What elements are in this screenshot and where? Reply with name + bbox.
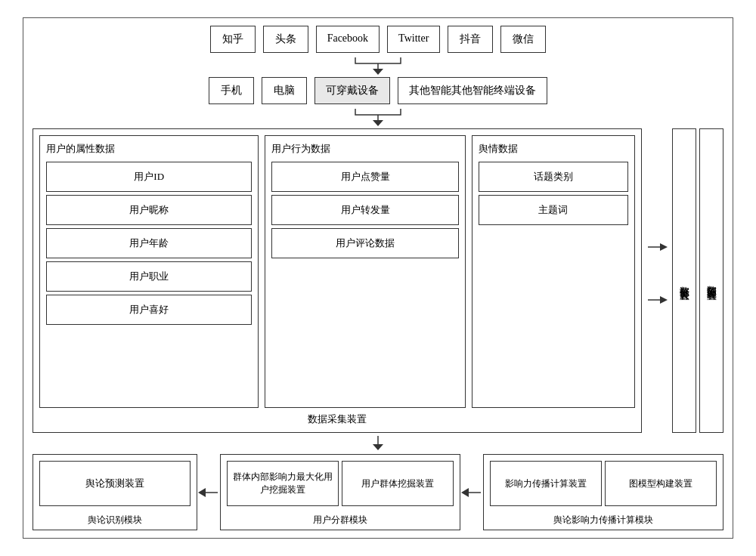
- arrow-platforms-to-devices: [33, 57, 723, 76]
- platform-douyin: 抖音: [448, 26, 493, 53]
- panel-sentiment: 舆情数据 话题类别 主题词: [472, 135, 635, 408]
- device-other: 其他智能其他智能终端设备: [398, 77, 547, 104]
- platform-weixin: 微信: [500, 26, 546, 53]
- panel3-title: 舆情数据: [479, 142, 628, 156]
- arrow-left-svg2: [461, 485, 482, 500]
- data-collection-label: 数据采集装置: [39, 412, 635, 426]
- right-side: 数据分类装置 数据预处理装置: [646, 128, 723, 433]
- right-label-boxes: 数据分类装置 数据预处理装置: [672, 128, 723, 433]
- attr-age: 用户年龄: [46, 228, 252, 258]
- influence-propagation-box: 影响力传播计算装置: [490, 461, 602, 506]
- platform-facebook: Facebook: [316, 26, 380, 53]
- svg-marker-7: [660, 296, 668, 304]
- user-group-mining-box: 用户群体挖掘装置: [342, 461, 454, 506]
- behavior-likes: 用户点赞量: [271, 162, 459, 192]
- panel1-title: 用户的属性数据: [46, 142, 252, 156]
- arrow-left-svg1: [198, 485, 219, 500]
- attr-profession: 用户职业: [46, 261, 252, 292]
- svg-marker-3: [373, 120, 383, 126]
- attr-hobby: 用户喜好: [46, 295, 252, 325]
- label-data-preprocess: 数据预处理装置: [699, 128, 723, 433]
- data-collection-zone: 用户的属性数据 用户ID 用户昵称 用户年龄 用户职业 用户喜好 用户行为数据 …: [33, 128, 642, 433]
- data-panels-container: 用户的属性数据 用户ID 用户昵称 用户年龄 用户职业 用户喜好 用户行为数据 …: [39, 135, 635, 408]
- svg-marker-11: [198, 488, 206, 497]
- right-arrows: [646, 128, 669, 433]
- sentiment-topic: 话题类别: [479, 162, 628, 192]
- behavior-comments: 用户评论数据: [271, 228, 459, 258]
- module-user-clustering: 群体内部影响力最大化用户挖掘装置 用户群体挖掘装置 用户分群模块: [220, 454, 460, 530]
- bottom-modules-row: 舆论预测装置 舆论识别模块 群体内部影响力最大化用户挖掘装置 用户群体挖掘装置 …: [33, 454, 723, 530]
- platform-toutiao: 头条: [263, 26, 308, 53]
- arrow-right-svg1: [646, 232, 669, 277]
- device-computer: 电脑: [262, 77, 307, 104]
- module3-inner-row: 影响力传播计算装置 图模型构建装置: [490, 461, 717, 509]
- module3-label: 舆论影响力传播计算模块: [490, 514, 717, 527]
- svg-marker-9: [373, 444, 383, 450]
- platform-zhihu: 知乎: [210, 26, 256, 53]
- svg-marker-5: [660, 243, 668, 251]
- arrow-down-svg: [340, 57, 416, 76]
- arrow-right-svg2: [646, 285, 669, 330]
- sentiment-keyword: 主题词: [479, 195, 628, 225]
- panel2-title: 用户行为数据: [271, 142, 459, 156]
- arrow-down-to-bottom-svg: [367, 436, 389, 451]
- arrow-m3-to-m2: [460, 454, 483, 530]
- behavior-retweet: 用户转发量: [271, 195, 459, 225]
- svg-marker-1: [373, 69, 383, 75]
- device-phone: 手机: [209, 77, 254, 104]
- module1-label: 舆论识别模块: [39, 514, 191, 527]
- panel-user-attributes: 用户的属性数据 用户ID 用户昵称 用户年龄 用户职业 用户喜好: [39, 135, 259, 408]
- platform-twitter: Twitter: [387, 26, 440, 53]
- opinion-prediction-box: 舆论预测装置: [39, 461, 191, 506]
- module-influence-propagation: 影响力传播计算装置 图模型构建装置 舆论影响力传播计算模块: [483, 454, 723, 530]
- module2-inner-row: 群体内部影响力最大化用户挖掘装置 用户群体挖掘装置: [227, 461, 454, 509]
- arrow-devices-to-data: [33, 109, 723, 127]
- attr-nickname: 用户昵称: [46, 195, 252, 225]
- label-data-classify: 数据分类装置: [672, 128, 696, 433]
- device-wearable: 可穿戴设备: [314, 77, 390, 104]
- arrow-down-svg2: [340, 109, 416, 127]
- platforms-row: 知乎 头条 Facebook Twitter 抖音 微信: [33, 26, 723, 53]
- main-middle-section: 用户的属性数据 用户ID 用户昵称 用户年龄 用户职业 用户喜好 用户行为数据 …: [33, 128, 723, 433]
- arrow-to-bottom: [33, 436, 723, 451]
- panel-user-behavior: 用户行为数据 用户点赞量 用户转发量 用户评论数据: [265, 135, 466, 408]
- module-opinion-recognition: 舆论预测装置 舆论识别模块: [33, 454, 197, 530]
- attr-userid: 用户ID: [46, 162, 252, 192]
- devices-row: 手机 电脑 可穿戴设备 其他智能其他智能终端设备: [33, 77, 723, 104]
- module2-label: 用户分群模块: [227, 514, 454, 527]
- svg-marker-13: [461, 488, 469, 497]
- graph-model-box: 图模型构建装置: [605, 461, 717, 506]
- arrow-m2-to-m1: [197, 454, 220, 530]
- community-influence-box: 群体内部影响力最大化用户挖掘装置: [227, 461, 339, 506]
